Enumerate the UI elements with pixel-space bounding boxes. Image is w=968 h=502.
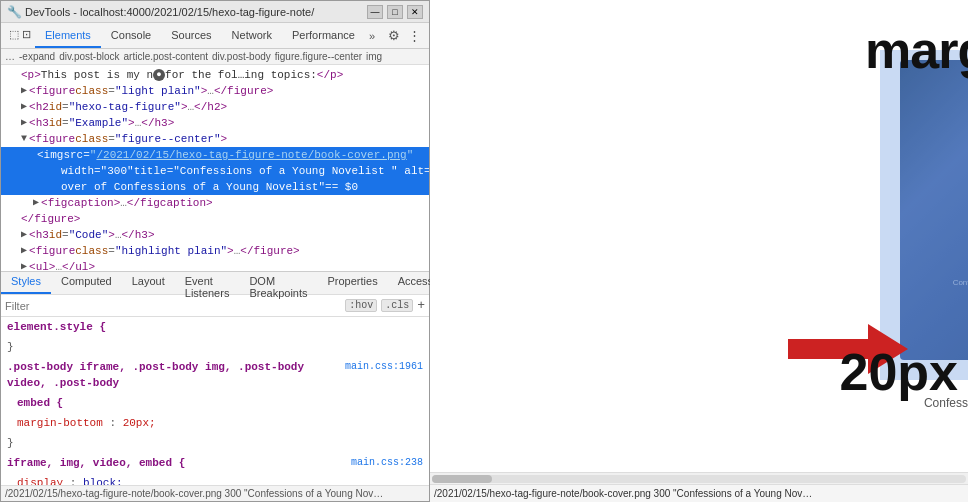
overlay-main-text: margin-bottom: 20px [865, 20, 968, 80]
style-rule-post-body-close: } [1, 433, 429, 453]
close-button[interactable]: ✕ [407, 5, 423, 19]
style-rule-iframe-img: main.css:238 iframe, img, video, embed { [1, 453, 429, 473]
scrollbar-thumb[interactable] [432, 475, 492, 483]
dom-line-h3-example[interactable]: ▶ <h3 id="Example" >…</h3> [1, 115, 429, 131]
minimize-button[interactable]: — [367, 5, 383, 19]
dom-line-img-src[interactable]: <img src="/2021/02/15/hexo-tag-figure-no… [1, 147, 429, 163]
devtools-window: 🔧 DevTools - localhost:4000/2021/02/15/h… [0, 0, 430, 502]
window-title: DevTools - localhost:4000/2021/02/15/hex… [25, 6, 367, 18]
styles-filter-input[interactable] [5, 300, 341, 312]
tab-console[interactable]: Console [101, 23, 161, 48]
dom-line-ul[interactable]: ▶ <ul>…</ul> [1, 259, 429, 271]
breadcrumb-ellipsis[interactable]: … [5, 51, 15, 62]
dom-tree: <p>This post is my n● for the fol…ing to… [1, 65, 429, 271]
dom-line-h2[interactable]: ▶ <h2 id="hexo-tag-figure" >…</h2> [1, 99, 429, 115]
window-controls: — □ ✕ [367, 5, 423, 19]
style-prop-display: display : block; [1, 473, 429, 485]
tab-layout[interactable]: Layout [122, 272, 175, 294]
dom-line-figcaption[interactable]: ▶ <figcaption>…</figcaption> [1, 195, 429, 211]
filter-hov-button[interactable]: :hov [345, 299, 377, 312]
dom-line-img-attrs[interactable]: width="300" title="Confessions of a Youn… [1, 163, 429, 179]
filter-cls-button[interactable]: .cls [381, 299, 413, 312]
dom-line-figure-center-open[interactable]: ▼ <figure class="figure--center" > [1, 131, 429, 147]
page-status-text: /2021/02/15/hexo-tag-figure-note/book-co… [434, 488, 812, 499]
px-label: 20px [839, 342, 958, 402]
devtools-toolbar: ⬚ ⊡ Elements Console Sources Network Per… [1, 23, 429, 49]
title-bar: 🔧 DevTools - localhost:4000/2021/02/15/h… [1, 1, 429, 23]
tab-inspect-icon: ⊡ [22, 28, 31, 41]
dom-line-figure-close[interactable]: </figure> [1, 211, 429, 227]
style-source-238[interactable]: main.css:238 [351, 455, 423, 471]
style-rule-embed: embed { [1, 393, 429, 413]
breadcrumb-post-body[interactable]: div.post-body [212, 51, 271, 62]
cursor-icon: ⬚ [9, 28, 19, 41]
tab-sources[interactable]: Sources [161, 23, 221, 48]
dom-line-p[interactable]: <p>This post is my n● for the fol…ing to… [1, 67, 429, 83]
dom-line-figure-plain[interactable]: ▶ <figure class="light plain" >…</figure… [1, 83, 429, 99]
tab-elements-label[interactable]: Elements [35, 23, 101, 48]
styles-panel: :hov .cls + element.style { } main.css:1… [1, 295, 429, 485]
style-rule-post-body: main.css:1961 .post-body iframe, .post-b… [1, 357, 429, 393]
filter-add-button[interactable]: + [417, 298, 425, 313]
breadcrumb-figure[interactable]: figure.figure--center [275, 51, 362, 62]
styles-filter-bar: :hov .cls + [1, 295, 429, 317]
tab-computed[interactable]: Computed [51, 272, 122, 294]
breadcrumb-img[interactable]: img [366, 51, 382, 62]
dom-line-img-alt[interactable]: over of Confessions of a Young Novelist"… [1, 179, 429, 195]
page-status-bar: /2021/02/15/hexo-tag-figure-note/book-co… [430, 484, 968, 502]
style-rule-element: element.style { [1, 317, 429, 337]
devtools-icon: 🔧 [7, 5, 21, 19]
tab-properties[interactable]: Properties [318, 272, 388, 294]
page-preview: margin-bottom: 20px 置信小説家的白日 Confession [430, 0, 968, 502]
dom-line-h3-code[interactable]: ▶ <h3 id="Code" >…</h3> [1, 227, 429, 243]
tab-elements[interactable]: ⬚ ⊡ [5, 23, 35, 48]
more-options-button[interactable]: ⋮ [404, 28, 425, 43]
styles-panel-tabs: Styles Computed Layout Event Listeners D… [1, 271, 429, 295]
breadcrumb-post-block[interactable]: div.post-block [59, 51, 119, 62]
breadcrumb: … -expand div.post-block article.post-co… [1, 49, 429, 65]
style-prop-margin-bottom: margin-bottom : 20px; [1, 413, 429, 433]
tab-network[interactable]: Network [222, 23, 282, 48]
tab-performance[interactable]: Performance [282, 23, 365, 48]
dom-line-figure-highlight[interactable]: ▶ <figure class="highlight plain" >…</fi… [1, 243, 429, 259]
scrollbar-track [432, 475, 966, 483]
status-text: /2021/02/15/hexo-tag-figure-note/book-co… [5, 488, 383, 499]
devtools-status-bar: /2021/02/15/hexo-tag-figure-note/book-co… [1, 485, 429, 501]
tabs-more-button[interactable]: » [365, 30, 379, 42]
tab-event-listeners[interactable]: Event Listeners [175, 272, 240, 294]
style-rule-element-close: } [1, 337, 429, 357]
breadcrumb-post-content[interactable]: article.post-content [124, 51, 209, 62]
style-source-1961[interactable]: main.css:1961 [345, 359, 423, 375]
horizontal-scrollbar[interactable] [430, 472, 968, 484]
tab-dom-breakpoints[interactable]: DOM Breakpoints [239, 272, 317, 294]
settings-button[interactable]: ⚙ [384, 28, 404, 43]
breadcrumb-expand[interactable]: -expand [19, 51, 55, 62]
maximize-button[interactable]: □ [387, 5, 403, 19]
tab-styles[interactable]: Styles [1, 272, 51, 294]
